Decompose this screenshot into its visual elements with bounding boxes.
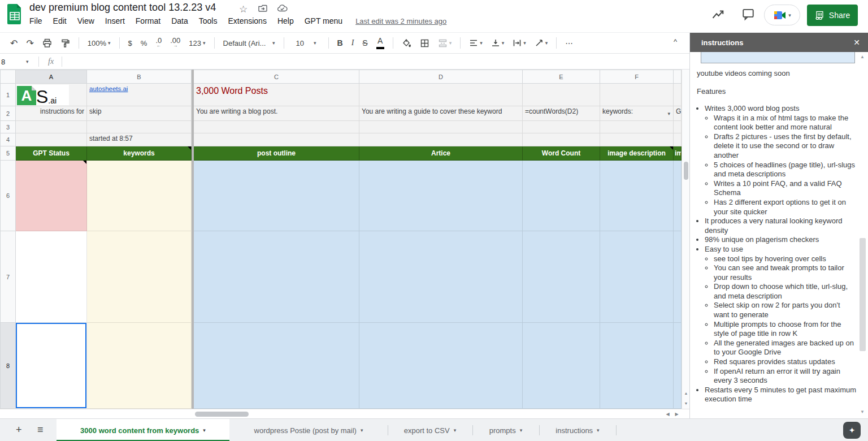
cell-D6[interactable] <box>359 161 523 231</box>
font-size-select[interactable]: 10▾ <box>293 39 320 47</box>
comment-icon[interactable] <box>741 7 756 22</box>
cell-D4[interactable] <box>359 133 523 146</box>
cell-B3[interactable] <box>87 121 192 133</box>
sidebar-scrollbar[interactable]: ▲ ▼ <box>860 53 866 415</box>
scroll-right-icon[interactable]: ▶ <box>672 410 681 418</box>
tab-dropdown-caret[interactable]: ▾ <box>520 427 523 433</box>
horizontal-scrollbar[interactable]: ◀ ▶ <box>0 409 689 418</box>
cell-F5[interactable]: image description <box>600 146 674 161</box>
cloud-saved-icon[interactable] <box>277 3 288 14</box>
menu-edit[interactable]: Edit <box>53 16 67 25</box>
cell-G3[interactable] <box>674 121 682 133</box>
cell-G2[interactable]: Gl <box>674 106 682 121</box>
frozen-columns-divider[interactable] <box>192 70 194 409</box>
cell-B5[interactable]: keywords <box>87 146 192 161</box>
cell-A8-selected[interactable] <box>16 323 87 409</box>
format-currency-button[interactable]: $ <box>128 39 132 47</box>
zoom-select[interactable]: 100%▾ <box>88 39 111 47</box>
cell-E4[interactable] <box>523 133 600 146</box>
last-edit-status[interactable]: Last edit was 2 minutes ago <box>355 17 446 25</box>
menu-data[interactable]: Data <box>171 16 188 25</box>
column-header-B[interactable]: B <box>87 70 192 84</box>
fill-color-button[interactable] <box>402 38 411 48</box>
column-header-A[interactable]: A <box>16 70 87 84</box>
meet-dropdown-caret[interactable]: ▾ <box>788 12 791 18</box>
cell-E3[interactable] <box>523 121 600 133</box>
tab-dropdown-caret[interactable]: ▾ <box>203 427 206 433</box>
cell-E7[interactable] <box>523 231 600 323</box>
text-wrap-button[interactable]: ▾ <box>513 38 526 47</box>
cell-G8[interactable] <box>674 323 682 409</box>
cell-E2[interactable]: =countWords(D2) <box>523 106 600 121</box>
borders-button[interactable] <box>420 38 429 48</box>
sheet-tab-wordpress-postie[interactable]: wordpress Postie (post by mail)▾ <box>229 419 388 441</box>
merge-cells-button[interactable]: ▾ <box>438 38 452 48</box>
cell-C8[interactable] <box>194 323 359 409</box>
menu-view[interactable]: View <box>77 16 94 25</box>
cell-G5[interactable]: im <box>674 146 682 161</box>
text-rotation-button[interactable]: ▾ <box>535 38 548 47</box>
sheet-tab-active[interactable]: 3000 word content from keywords ▾ <box>57 419 229 441</box>
cell-F2[interactable]: keywords:▾ <box>600 106 674 121</box>
sheet-tab-export-to-csv[interactable]: export to CSV▾ <box>388 419 472 441</box>
close-icon[interactable]: ✕ <box>853 38 860 47</box>
column-header-F[interactable]: F <box>600 70 674 84</box>
sheet-tab-instructions[interactable]: instructions▾ <box>539 419 616 441</box>
horizontal-scrollbar-thumb[interactable] <box>195 412 249 417</box>
cell-E1[interactable] <box>523 84 600 106</box>
scroll-up-icon[interactable]: ▲ <box>682 388 690 397</box>
explore-button[interactable]: ✦ <box>843 422 861 439</box>
cell-D8[interactable] <box>359 323 523 409</box>
cell-B4[interactable]: started at 8:57 <box>87 133 192 146</box>
cell-C1[interactable]: 3,000 Word Posts <box>194 84 359 106</box>
sidebar-scrollbar-thumb[interactable] <box>860 238 866 351</box>
increase-decimal-button[interactable]: .00→ <box>170 38 180 48</box>
undo-button[interactable]: ↶ <box>10 38 18 49</box>
cell-G4[interactable] <box>674 133 682 146</box>
cell-F6[interactable] <box>600 161 674 231</box>
cell-D1[interactable] <box>359 84 523 106</box>
cell-C3[interactable] <box>194 121 359 133</box>
cell-E5[interactable]: Word Count <box>523 146 600 161</box>
cell-F3[interactable] <box>600 121 674 133</box>
cell-D5[interactable]: Artice <box>359 146 523 161</box>
vertical-align-button[interactable]: ▾ <box>491 38 505 47</box>
collapse-toolbar-button[interactable]: ^ <box>674 37 677 46</box>
column-header-D[interactable]: D <box>359 70 523 84</box>
cell-E6[interactable] <box>523 161 600 231</box>
cell-C2[interactable]: You are writing a blog post. <box>194 106 359 121</box>
horizontal-align-button[interactable]: ▾ <box>469 38 483 47</box>
cell-F4[interactable] <box>600 133 674 146</box>
strikethrough-button[interactable]: S <box>362 38 367 47</box>
menu-insert[interactable]: Insert <box>105 16 125 25</box>
column-header-E[interactable]: E <box>523 70 600 84</box>
more-formats-button[interactable]: 123▾ <box>189 39 205 47</box>
vertical-scrollbar-thumb[interactable] <box>684 162 688 180</box>
menu-file[interactable]: File <box>29 16 42 25</box>
tab-dropdown-caret[interactable]: ▾ <box>454 427 457 433</box>
cell-A4[interactable] <box>16 133 87 146</box>
select-all-corner[interactable] <box>0 70 16 84</box>
cell-E8[interactable] <box>523 323 600 409</box>
star-icon[interactable]: ☆ <box>239 3 248 15</box>
cell-F8[interactable] <box>600 323 674 409</box>
cell-B1[interactable]: autosheets.ai <box>87 84 192 106</box>
paint-format-button[interactable] <box>60 38 70 48</box>
tab-dropdown-caret[interactable]: ▾ <box>597 427 600 433</box>
decrease-decimal-button[interactable]: .0← <box>155 38 162 48</box>
share-button[interactable]: Share <box>807 5 858 26</box>
text-color-button[interactable]: A <box>376 37 384 49</box>
column-header-G[interactable] <box>674 70 682 84</box>
column-header-C[interactable]: C <box>194 70 359 84</box>
print-button[interactable] <box>42 38 52 48</box>
scroll-down-icon[interactable]: ▼ <box>682 399 690 408</box>
cell-G1[interactable] <box>674 84 682 106</box>
cell-A7[interactable] <box>16 231 87 323</box>
vertical-scrollbar[interactable]: ▲ ▼ <box>682 70 689 409</box>
cell-F7[interactable] <box>600 231 674 323</box>
cell-C4[interactable] <box>194 133 359 146</box>
font-select[interactable]: Default (Ari...▾ <box>223 39 275 47</box>
google-sheets-logo-icon[interactable] <box>6 3 23 25</box>
more-toolbar-button[interactable]: ⋯ <box>565 38 573 47</box>
cell-A6[interactable] <box>16 161 87 231</box>
